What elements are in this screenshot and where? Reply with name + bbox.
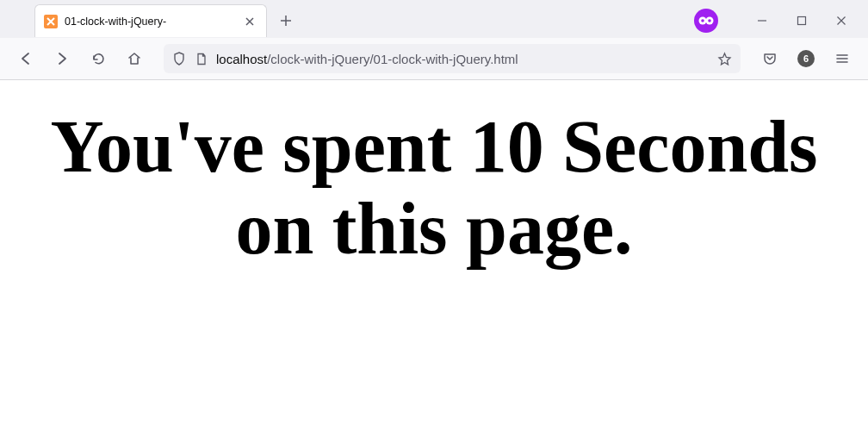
close-tab-icon[interactable] — [242, 14, 257, 29]
address-bar[interactable]: localhost/clock-with-jQuery/01-clock-wit… — [164, 44, 741, 73]
url-path: /clock-with-jQuery/01-clock-with-jQuery.… — [267, 52, 518, 66]
page-content: You've spent 10 Seconds on this page. — [0, 80, 868, 295]
url-display: localhost/clock-with-jQuery/01-clock-wit… — [216, 52, 709, 66]
tab-bar: 01-clock-with-jQuery- — [0, 0, 868, 38]
xampp-favicon — [44, 15, 58, 28]
svg-rect-5 — [798, 17, 806, 25]
browser-tab[interactable]: 01-clock-with-jQuery- — [34, 4, 267, 37]
app-menu-button[interactable] — [828, 45, 856, 72]
notification-count-badge: 6 — [797, 50, 815, 67]
page-info-icon[interactable] — [195, 53, 208, 66]
browser-chrome: 01-clock-with-jQuery- — [0, 0, 868, 80]
home-button[interactable] — [121, 45, 148, 72]
maximize-button[interactable] — [782, 5, 822, 36]
shield-icon — [172, 52, 186, 66]
close-window-button[interactable] — [822, 5, 861, 36]
back-button[interactable] — [12, 45, 40, 72]
new-tab-button[interactable] — [274, 9, 298, 33]
window-controls — [694, 5, 861, 36]
account-avatar-icon[interactable] — [694, 9, 718, 33]
time-spent-heading: You've spent 10 Seconds on this page. — [17, 106, 851, 269]
navigation-toolbar: localhost/clock-with-jQuery/01-clock-wit… — [0, 38, 868, 79]
tab-title: 01-clock-with-jQuery- — [65, 16, 235, 28]
pocket-button[interactable] — [756, 45, 784, 72]
url-domain: localhost — [216, 52, 267, 66]
bookmark-star-icon[interactable] — [717, 52, 732, 66]
svg-point-4 — [708, 19, 711, 22]
notifications-button[interactable]: 6 — [792, 45, 820, 72]
reload-button[interactable] — [84, 45, 112, 72]
svg-point-3 — [701, 19, 704, 22]
minimize-button[interactable] — [742, 5, 782, 36]
forward-button[interactable] — [48, 45, 76, 72]
